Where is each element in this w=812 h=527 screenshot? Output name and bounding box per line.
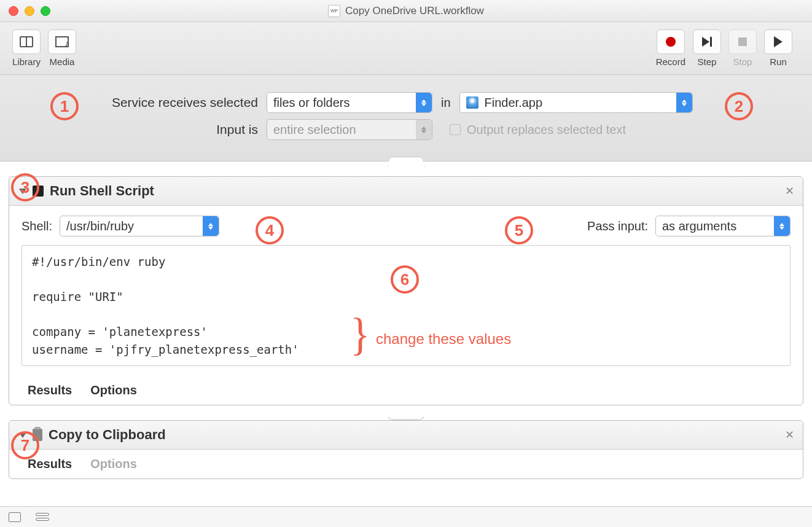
results-button[interactable]: Results (28, 383, 72, 397)
media-icon (55, 36, 69, 47)
copy-to-clipboard-action: Copy to Clipboard ✕ Results Options (9, 420, 803, 479)
step-button[interactable]: Step (693, 29, 721, 67)
chevron-updown-icon (203, 216, 219, 236)
application-select[interactable]: Finder.app (459, 92, 693, 113)
library-icon (20, 36, 33, 47)
finder-icon (466, 96, 478, 109)
variables-view-icon[interactable] (36, 513, 49, 521)
in-label: in (441, 96, 451, 110)
results-button[interactable]: Results (28, 457, 72, 471)
log-view-icon[interactable] (9, 512, 21, 522)
service-receives-label: Service receives selected (15, 95, 267, 110)
clipboard-icon (33, 429, 42, 441)
play-icon (774, 36, 783, 47)
workflow-area: Run Shell Script ✕ Shell: /usr/bin/ruby … (0, 170, 812, 527)
terminal-icon (33, 185, 44, 197)
disclosure-icon[interactable] (19, 432, 26, 438)
disclosure-icon[interactable] (19, 189, 26, 194)
library-button[interactable]: Library (12, 29, 41, 67)
action-title: Copy to Clipboard (49, 427, 166, 443)
service-config: Service receives selected files or folde… (0, 75, 812, 162)
close-action-icon[interactable]: ✕ (785, 184, 794, 198)
zoom-icon[interactable] (41, 6, 50, 16)
run-shell-script-action: Run Shell Script ✕ Shell: /usr/bin/ruby … (9, 176, 803, 405)
input-scope-select: entire selection (267, 119, 432, 140)
pass-input-select[interactable]: as arguments (655, 216, 791, 236)
action-title: Run Shell Script (50, 183, 154, 199)
step-icon (702, 37, 712, 47)
record-button[interactable]: Record (656, 29, 685, 67)
shell-select[interactable]: /usr/bin/ruby (60, 216, 219, 236)
script-textarea[interactable]: #!/usr/bin/env ruby require "URI" compan… (21, 245, 791, 366)
media-button[interactable]: Media (48, 29, 76, 67)
window-controls (0, 6, 50, 16)
options-button: Options (90, 457, 137, 471)
stop-button: Stop (728, 29, 757, 67)
shell-label: Shell: (21, 219, 52, 233)
input-type-select[interactable]: files or folders (267, 92, 432, 113)
stop-icon (738, 37, 747, 46)
record-icon (666, 37, 676, 47)
chevron-updown-icon (676, 93, 692, 112)
chevron-updown-icon (774, 216, 790, 236)
run-button[interactable]: Run (764, 29, 792, 67)
close-action-icon[interactable]: ✕ (785, 428, 794, 442)
output-replaces-checkbox (450, 124, 461, 135)
minimize-icon[interactable] (25, 6, 34, 16)
window-title: Copy OneDrive URL.workflow (345, 5, 484, 17)
output-replaces-label: Output replaces selected text (467, 123, 626, 137)
annotation-text: change these values (376, 330, 511, 348)
options-button[interactable]: Options (90, 383, 137, 397)
chevron-updown-icon (416, 93, 432, 112)
titlebar: WF Copy OneDrive URL.workflow (0, 0, 812, 22)
connector-notch (0, 162, 812, 170)
pass-input-label: Pass input: (587, 219, 648, 233)
workflow-file-icon: WF (328, 5, 340, 17)
action-connector (9, 412, 803, 420)
annotation-brace: } (350, 308, 370, 361)
toolbar: Library Media Record Step Stop Run (0, 22, 812, 75)
statusbar (0, 506, 812, 527)
input-is-label: Input is (15, 122, 267, 137)
chevron-updown-icon (416, 120, 432, 139)
close-icon[interactable] (9, 6, 18, 16)
